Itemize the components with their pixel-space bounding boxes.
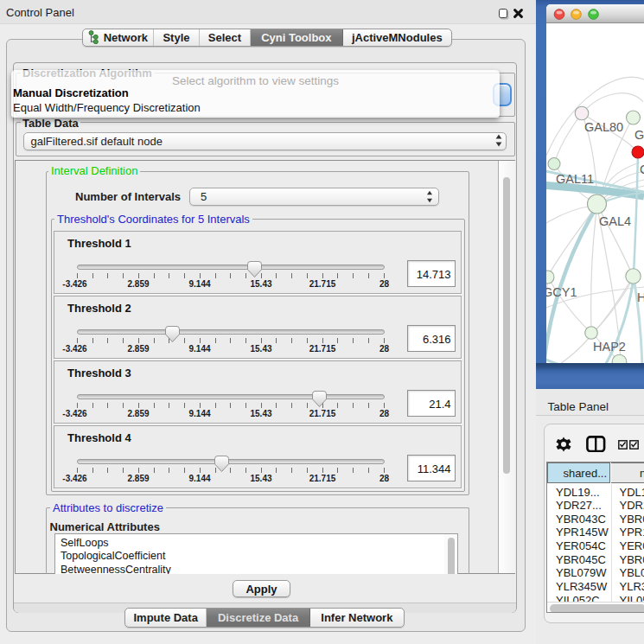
svg-text:GAL4: GAL4	[599, 214, 631, 228]
svg-text:GA: GA	[634, 128, 644, 142]
svg-text:HAP2: HAP2	[593, 340, 626, 354]
svg-text:H: H	[637, 290, 644, 304]
svg-text:GAL80: GAL80	[584, 120, 623, 134]
svg-text:G: G	[640, 163, 644, 176]
svg-text:GAL11: GAL11	[556, 172, 594, 186]
svg-text:GCY1: GCY1	[546, 285, 577, 299]
